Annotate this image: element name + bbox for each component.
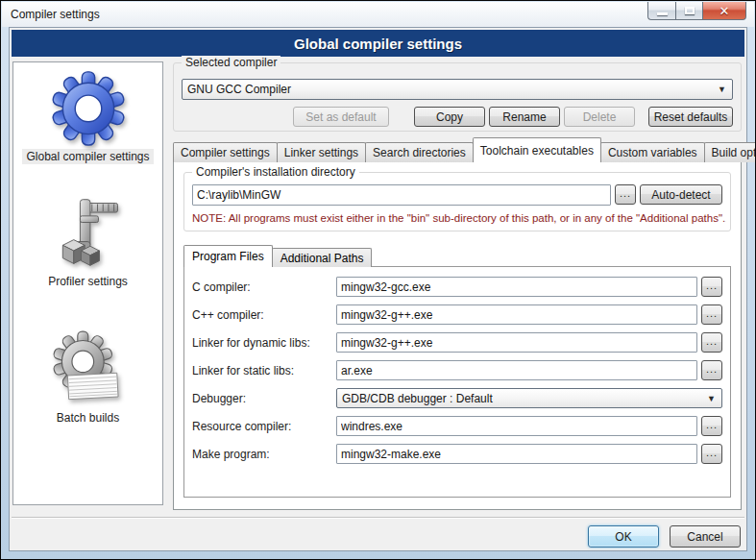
- selected-compiler-group-label: Selected compiler: [182, 56, 280, 69]
- footer-divider: [12, 517, 744, 519]
- ok-button[interactable]: OK: [588, 525, 659, 548]
- installation-directory-group: Compiler's installation directory ... Au…: [183, 172, 731, 231]
- close-icon: ✕: [719, 5, 730, 17]
- browse-static-linker-button[interactable]: ...: [701, 360, 722, 380]
- browse-c-compiler-button[interactable]: ...: [701, 277, 722, 297]
- delete-button[interactable]: Delete: [564, 107, 635, 127]
- chevron-down-icon: ▼: [718, 85, 726, 94]
- field-label: C++ compiler:: [192, 308, 336, 322]
- subtab-program-files[interactable]: Program Files: [183, 245, 273, 267]
- caption-buttons: ✕: [647, 2, 746, 20]
- tab-build-options[interactable]: Build options: [704, 142, 756, 162]
- dynamic-linker-input[interactable]: [336, 332, 697, 353]
- blue-gear-icon: [50, 69, 127, 146]
- titlebar[interactable]: Compiler settings ✕: [2, 2, 754, 27]
- header-banner: Global compiler settings: [12, 30, 744, 57]
- field-label: Debugger:: [192, 392, 336, 405]
- set-as-default-button[interactable]: Set as default: [293, 107, 389, 127]
- field-label: Linker for static libs:: [192, 364, 336, 377]
- make-program-input[interactable]: [336, 444, 697, 464]
- installation-directory-input[interactable]: [192, 184, 611, 206]
- field-label: Make program:: [192, 448, 336, 461]
- page-title: Global compiler settings: [294, 36, 462, 52]
- field-label: Resource compiler:: [192, 420, 336, 433]
- c-compiler-row: C compiler: ...: [192, 277, 722, 297]
- resource-compiler-input[interactable]: [336, 416, 697, 436]
- cancel-button[interactable]: Cancel: [670, 525, 741, 548]
- settings-tabbar: Compiler settings Linker settings Search…: [173, 137, 742, 162]
- bin-subdirectory-note: NOTE: All programs must exist either in …: [192, 212, 726, 224]
- caliper-icon: [50, 194, 127, 271]
- resource-compiler-row: Resource compiler: ...: [192, 416, 722, 436]
- sidebar-item-label: Profiler settings: [44, 274, 132, 289]
- chevron-down-icon: ▼: [707, 395, 716, 403]
- cpp-compiler-row: C++ compiler: ...: [192, 304, 722, 325]
- sidebar-item-label: Batch builds: [53, 410, 123, 426]
- tab-custom-variables[interactable]: Custom variables: [600, 142, 705, 162]
- window-title: Compiler settings: [11, 8, 100, 21]
- compiler-select-value: GNU GCC Compiler: [187, 83, 291, 96]
- dialog-client-area: Global compiler settings: [9, 27, 747, 551]
- sidebar-item-label: Global compiler settings: [22, 149, 153, 164]
- c-compiler-input[interactable]: [336, 277, 697, 297]
- reset-defaults-button[interactable]: Reset defaults: [648, 107, 733, 127]
- copy-button[interactable]: Copy: [414, 107, 485, 127]
- gray-gear-builds-icon: [50, 330, 127, 407]
- installation-directory-row: ... Auto-detect: [192, 184, 722, 206]
- static-linker-input[interactable]: [336, 360, 697, 380]
- subtab-additional-paths[interactable]: Additional Paths: [272, 248, 373, 267]
- browse-make-program-button[interactable]: ...: [701, 444, 722, 464]
- compiler-select[interactable]: GNU GCC Compiler ▼: [182, 79, 733, 100]
- cpp-compiler-input[interactable]: [336, 304, 697, 325]
- installation-directory-group-label: Compiler's installation directory: [192, 165, 359, 179]
- minimize-button[interactable]: [647, 2, 675, 20]
- debugger-select[interactable]: GDB/CDB debugger : Default ▼: [336, 388, 722, 408]
- dialog-footer: OK Cancel: [588, 525, 741, 548]
- debugger-select-value: GDB/CDB debugger : Default: [342, 392, 493, 405]
- dynamic-linker-row: Linker for dynamic libs: ...: [192, 332, 722, 353]
- field-label: C compiler:: [192, 280, 336, 294]
- browse-resource-compiler-button[interactable]: ...: [701, 416, 722, 436]
- settings-sidebar: Global compiler settings: [12, 61, 163, 505]
- compiler-buttons-row: Set as default Copy Rename Delete Reset …: [182, 107, 733, 127]
- tab-linker-settings[interactable]: Linker settings: [277, 142, 366, 162]
- static-linker-row: Linker for static libs: ...: [192, 360, 722, 380]
- sidebar-item-batch-builds[interactable]: Batch builds: [13, 329, 162, 426]
- tab-toolchain-executables[interactable]: Toolchain executables: [473, 137, 601, 162]
- toolchain-executables-page: Compiler's installation directory ... Au…: [173, 161, 742, 510]
- rename-button[interactable]: Rename: [489, 107, 560, 127]
- debugger-row: Debugger: GDB/CDB debugger : Default ▼: [192, 388, 722, 408]
- sidebar-item-global-compiler-settings[interactable]: Global compiler settings: [13, 68, 162, 164]
- maximize-button[interactable]: [675, 2, 703, 20]
- maximize-icon: [685, 7, 695, 14]
- close-button[interactable]: ✕: [703, 2, 746, 20]
- sidebar-item-profiler-settings[interactable]: Profiler settings: [13, 193, 162, 289]
- browse-directory-button[interactable]: ...: [615, 184, 636, 205]
- make-program-row: Make program: ...: [192, 444, 722, 464]
- auto-detect-button[interactable]: Auto-detect: [640, 184, 722, 205]
- programs-subtabbar: Program Files Additional Paths: [183, 245, 371, 267]
- browse-cpp-compiler-button[interactable]: ...: [701, 304, 722, 325]
- browse-dynamic-linker-button[interactable]: ...: [701, 332, 722, 353]
- tab-search-directories[interactable]: Search directories: [365, 142, 474, 162]
- field-label: Linker for dynamic libs:: [192, 336, 336, 350]
- tab-compiler-settings[interactable]: Compiler settings: [173, 142, 278, 162]
- program-files-panel: C compiler: ... C++ compiler: ... Linker…: [183, 266, 731, 498]
- compiler-settings-window: Compiler settings ✕ Global compiler sett…: [0, 0, 756, 560]
- minimize-icon: [657, 12, 668, 15]
- selected-compiler-group: Selected compiler GNU GCC Compiler ▼ Set…: [173, 62, 742, 132]
